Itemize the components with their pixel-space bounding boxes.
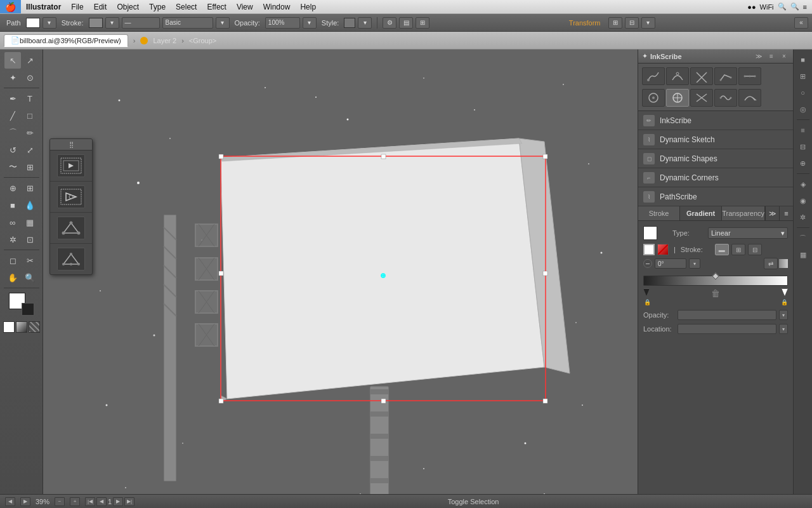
opacity-value[interactable]: 100% — [265, 17, 300, 29]
statusbar-page-next-btn[interactable]: ▶ — [113, 497, 123, 506]
angle-value-field[interactable]: 0° — [655, 258, 686, 269]
pen-tool-btn[interactable]: ✒ — [4, 90, 21, 107]
stroke-type-2[interactable]: ⊞ — [731, 244, 745, 255]
fp-transform-tool[interactable] — [50, 182, 92, 213]
stroke-color[interactable] — [22, 303, 34, 316]
stroke-type-1[interactable]: ▬ — [715, 244, 729, 255]
far-right-transform-btn[interactable]: ⊟ — [796, 139, 811, 154]
eyedropper-btn[interactable]: 💧 — [22, 197, 38, 213]
statusbar-prev-btn[interactable]: ◀ — [5, 497, 15, 506]
statusbar-next-btn[interactable]: ▶ — [20, 497, 30, 506]
stroke-options[interactable]: ▾ — [105, 17, 119, 29]
far-right-gradient-btn[interactable]: ⊞ — [796, 69, 811, 84]
gradient-midpoint-handle[interactable] — [712, 272, 719, 279]
gradient-stop-right[interactable] — [782, 288, 788, 296]
style-dropdown[interactable]: ▾ — [358, 17, 372, 29]
plugin-item-pathscribe[interactable]: ⌇ PathScribe — [638, 187, 793, 206]
stroke-swatch[interactable] — [89, 18, 103, 28]
fp-mesh-tool[interactable] — [50, 244, 92, 274]
menu-object[interactable]: Object — [112, 0, 144, 13]
ink-tool-circle-target[interactable] — [642, 89, 665, 107]
mesh-tool-btn[interactable]: ⊞ — [22, 180, 38, 196]
arrange-icon[interactable]: ⊞ — [416, 17, 429, 29]
opacity-arrow[interactable]: ▾ — [779, 310, 788, 320]
lock-icon-right[interactable]: 🔒 — [780, 298, 788, 306]
far-right-appearance-btn[interactable]: ◈ — [796, 177, 811, 192]
stroke-style-dropdown[interactable]: ▾ — [216, 17, 230, 29]
menu-select[interactable]: Select — [171, 0, 202, 13]
ink-tool-active[interactable] — [666, 89, 689, 107]
menu-help[interactable]: Help — [295, 0, 321, 13]
panel-menu-btn[interactable]: ≡ — [779, 206, 793, 220]
scissors-btn[interactable]: ✂ — [22, 252, 38, 269]
menu-effect[interactable]: Effect — [202, 0, 231, 13]
fp-corner-tool[interactable] — [50, 213, 92, 244]
slice-tool-btn[interactable]: ⊡ — [22, 231, 38, 248]
collapse-icon[interactable]: « — [794, 17, 808, 29]
style-swatch[interactable] — [344, 18, 355, 28]
menu-edit[interactable]: Edit — [89, 0, 112, 13]
gradient-bar[interactable] — [643, 276, 788, 286]
plugin-item-inkscribe[interactable]: ✏ InkScribe — [638, 111, 793, 130]
workspace-icon[interactable]: ▤ — [399, 17, 413, 29]
pencil-tool-btn[interactable]: ✏ — [22, 124, 38, 141]
gradient-delete-btn[interactable]: 🗑 — [710, 288, 721, 298]
line-tool-btn[interactable]: ╱ — [4, 107, 21, 124]
plugin-item-dynamic-sketch[interactable]: ⌇ Dynamic Sketch — [638, 130, 793, 149]
lasso-tool-btn[interactable]: ⊙ — [22, 69, 38, 86]
far-right-layer-btn[interactable]: ◎ — [796, 102, 811, 117]
statusbar-zoom-in-btn[interactable]: + — [70, 497, 80, 506]
fp-select-tool[interactable] — [50, 150, 92, 182]
gradient-fg-color[interactable] — [643, 244, 655, 255]
fill-options[interactable]: ▾ — [43, 17, 56, 29]
pattern-mode-btn[interactable] — [29, 321, 40, 333]
gradient-type-dropdown[interactable]: Linear ▾ — [708, 227, 788, 239]
far-right-graphic-style-btn[interactable]: ◉ — [796, 193, 811, 208]
gradient-preview-swatch[interactable] — [643, 226, 657, 240]
type-tool-btn[interactable]: T — [22, 90, 38, 107]
ink-tool-cross[interactable] — [690, 89, 713, 107]
eraser-btn[interactable]: ◻ — [4, 252, 21, 269]
stroke-style[interactable]: Basic — [162, 17, 213, 29]
rotate-tool-btn[interactable]: ↺ — [4, 142, 21, 158]
far-right-pathfinder-btn[interactable]: ⊕ — [796, 156, 811, 171]
tab-transparency[interactable]: Transparency — [722, 206, 765, 220]
statusbar-first-btn[interactable]: |◀ — [85, 497, 95, 506]
rect-tool-btn[interactable]: □ — [22, 107, 38, 124]
tab-stroke[interactable]: Stroke — [638, 206, 680, 220]
zoom-tool-btn[interactable]: 🔍 — [22, 269, 38, 286]
app-name[interactable]: Illustrator — [21, 0, 66, 13]
far-right-stroke-btn[interactable]: ○ — [796, 85, 811, 100]
magic-wand-tool-btn[interactable]: ✦ — [4, 69, 21, 86]
plugin-item-dynamic-shapes[interactable]: ◻ Dynamic Shapes — [638, 149, 793, 168]
gradient-tool-btn[interactable]: ■ — [4, 197, 21, 213]
opacity-value-field[interactable] — [678, 310, 776, 320]
stroke-type-3[interactable]: ⊟ — [748, 244, 762, 255]
fill-swatch[interactable] — [26, 18, 40, 28]
canvas-area[interactable]: ⣿ — [43, 50, 638, 508]
doc-tab[interactable]: 📄 billboard.ai @ 39% (RGB/Preview) — [4, 34, 128, 47]
inkscribe-expand-btn[interactable]: ≫ — [754, 51, 764, 62]
warp-tool-btn[interactable]: 〜 — [4, 159, 21, 175]
arrange-options[interactable]: ⊟ — [625, 17, 639, 29]
panel-expand-btn[interactable]: ≫ — [765, 206, 779, 220]
ink-tool-extend[interactable] — [738, 67, 761, 85]
menu-file[interactable]: File — [66, 0, 88, 13]
gradient-bg-color[interactable] — [657, 244, 669, 255]
inkscribe-close-btn[interactable]: × — [779, 51, 789, 62]
location-value-field[interactable] — [678, 324, 776, 334]
hand-tool-btn[interactable]: ✋ — [4, 269, 21, 286]
tab-gradient[interactable]: Gradient — [680, 206, 722, 220]
menu-window[interactable]: Window — [258, 0, 296, 13]
opacity-dropdown[interactable]: ▾ — [303, 17, 317, 29]
lock-icon-left[interactable]: 🔒 — [643, 298, 651, 306]
statusbar-zoom-out-btn[interactable]: − — [55, 497, 65, 506]
gradient-stop-left[interactable] — [643, 288, 650, 296]
ink-tool-end[interactable] — [738, 89, 761, 107]
far-right-swatch-btn[interactable]: ▦ — [796, 247, 811, 262]
ink-tool-corner[interactable] — [690, 67, 713, 85]
menu-view[interactable]: View — [232, 0, 258, 13]
chart-tool-btn[interactable]: ▦ — [22, 214, 38, 231]
ink-tool-1[interactable] — [642, 67, 665, 85]
shape-builder-btn[interactable]: ⊕ — [4, 180, 21, 196]
